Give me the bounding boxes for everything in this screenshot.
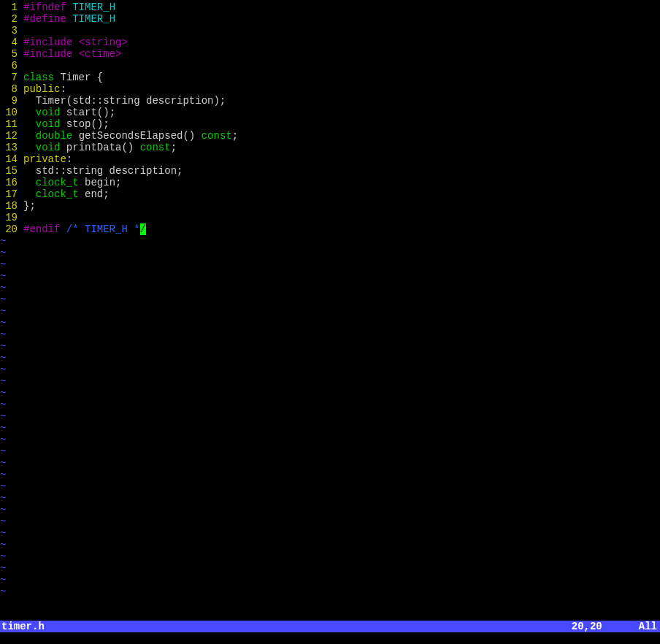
code-line[interactable]: 7class Timer { bbox=[0, 72, 660, 83]
code-token bbox=[23, 130, 36, 142]
code-content[interactable]: void printData() const; bbox=[23, 142, 660, 153]
code-content[interactable]: void start(); bbox=[23, 107, 660, 118]
code-token: std::string description; bbox=[23, 165, 183, 177]
status-filename: timer.h bbox=[1, 621, 45, 632]
code-token: ; bbox=[171, 142, 177, 153]
empty-line-marker: ~ bbox=[0, 329, 660, 340]
code-content[interactable] bbox=[23, 25, 660, 37]
empty-line-marker: ~ bbox=[0, 445, 660, 457]
line-number: 6 bbox=[0, 60, 18, 72]
empty-line-marker: ~ bbox=[0, 551, 660, 562]
code-token bbox=[23, 107, 36, 118]
empty-line-marker: ~ bbox=[0, 294, 660, 305]
code-line[interactable]: 12 double getSecondsElapsed() const; bbox=[0, 130, 660, 142]
code-token bbox=[23, 118, 36, 130]
empty-line-marker: ~ bbox=[0, 352, 660, 364]
code-content[interactable]: #endif /* TIMER_H */ bbox=[23, 223, 660, 235]
empty-line-marker: ~ bbox=[0, 247, 660, 258]
code-content[interactable]: std::string description; bbox=[23, 165, 660, 177]
code-token bbox=[23, 188, 36, 200]
code-line[interactable]: 15 std::string description; bbox=[0, 165, 660, 177]
code-token bbox=[23, 177, 36, 188]
empty-line-marker: ~ bbox=[0, 434, 660, 445]
code-token: void bbox=[36, 107, 61, 118]
code-line[interactable]: 9 Timer(std::string description); bbox=[0, 95, 660, 107]
code-token: ; bbox=[232, 130, 238, 142]
code-line[interactable]: 2#define TIMER_H bbox=[0, 13, 660, 25]
code-content[interactable]: }; bbox=[23, 200, 660, 212]
line-number: 10 bbox=[0, 107, 18, 118]
code-token: const bbox=[202, 130, 232, 142]
code-content[interactable]: clock_t begin; bbox=[23, 177, 660, 188]
code-line[interactable]: 17 clock_t end; bbox=[0, 188, 660, 200]
code-content[interactable]: #include <string> bbox=[23, 37, 660, 48]
empty-line-marker: ~ bbox=[0, 387, 660, 399]
code-line[interactable]: 10 void start(); bbox=[0, 107, 660, 118]
code-line[interactable]: 5#include <ctime> bbox=[0, 48, 660, 60]
empty-line-marker: ~ bbox=[0, 492, 660, 504]
empty-line-marker: ~ bbox=[0, 305, 660, 317]
code-content[interactable]: class Timer { bbox=[23, 72, 660, 83]
code-line[interactable]: 11 void stop(); bbox=[0, 118, 660, 130]
line-number: 19 bbox=[0, 212, 18, 223]
code-content[interactable]: void stop(); bbox=[23, 118, 660, 130]
empty-line-marker: ~ bbox=[0, 375, 660, 387]
line-number: 16 bbox=[0, 177, 18, 188]
empty-line-marker: ~ bbox=[0, 562, 660, 574]
code-token: Timer { bbox=[54, 72, 103, 83]
code-line[interactable]: 20#endif /* TIMER_H */ bbox=[0, 223, 660, 235]
code-token: class bbox=[23, 72, 54, 83]
code-line[interactable]: 4#include <string> bbox=[0, 37, 660, 48]
status-cursor-position: 20,20 bbox=[572, 621, 602, 632]
code-token bbox=[23, 142, 36, 153]
code-token: : bbox=[60, 83, 66, 95]
code-token: : bbox=[66, 153, 72, 165]
code-token: void bbox=[36, 118, 61, 130]
code-line[interactable]: 6 bbox=[0, 60, 660, 72]
code-token: begin; bbox=[79, 177, 122, 188]
code-token: printData() bbox=[60, 142, 139, 153]
command-line[interactable] bbox=[0, 632, 660, 644]
code-content[interactable]: #define TIMER_H bbox=[23, 13, 660, 25]
empty-line-marker: ~ bbox=[0, 258, 660, 270]
cursor: / bbox=[140, 223, 146, 235]
editor-viewport[interactable]: 1#ifndef TIMER_H2#define TIMER_H34#inclu… bbox=[0, 0, 660, 621]
code-line[interactable]: 18}; bbox=[0, 200, 660, 212]
code-content[interactable]: public: bbox=[23, 83, 660, 95]
code-content[interactable]: private: bbox=[23, 153, 660, 165]
code-token: const bbox=[140, 142, 171, 153]
status-scroll-percent: All bbox=[639, 621, 657, 632]
code-content[interactable] bbox=[23, 212, 660, 223]
code-line[interactable]: 8public: bbox=[0, 83, 660, 95]
code-token: /* TIMER_H * bbox=[66, 223, 140, 235]
code-line[interactable]: 19 bbox=[0, 212, 660, 223]
code-content[interactable] bbox=[23, 60, 660, 72]
code-line[interactable]: 1#ifndef TIMER_H bbox=[0, 1, 660, 13]
status-bar: timer.h 20,20 All bbox=[0, 621, 660, 632]
code-content[interactable]: double getSecondsElapsed() const; bbox=[23, 130, 660, 142]
code-line[interactable]: 3 bbox=[0, 25, 660, 37]
code-content[interactable]: Timer(std::string description); bbox=[23, 95, 660, 107]
empty-line-marker: ~ bbox=[0, 480, 660, 492]
line-number: 12 bbox=[0, 130, 18, 142]
empty-line-marker: ~ bbox=[0, 282, 660, 294]
code-line[interactable]: 13 void printData() const; bbox=[0, 142, 660, 153]
code-token: Timer(std::string description); bbox=[23, 95, 226, 107]
code-token: start(); bbox=[60, 107, 115, 118]
code-line[interactable]: 14private: bbox=[0, 153, 660, 165]
empty-line-marker: ~ bbox=[0, 586, 660, 597]
code-line[interactable]: 16 clock_t begin; bbox=[0, 177, 660, 188]
code-token: <string> bbox=[79, 37, 128, 48]
code-content[interactable]: #ifndef TIMER_H bbox=[23, 1, 660, 13]
code-token: #endif bbox=[23, 223, 66, 235]
empty-line-marker: ~ bbox=[0, 399, 660, 410]
line-number: 7 bbox=[0, 72, 18, 83]
code-token: }; bbox=[23, 200, 36, 212]
empty-line-marker: ~ bbox=[0, 469, 660, 480]
code-content[interactable]: #include <ctime> bbox=[23, 48, 660, 60]
line-number: 20 bbox=[0, 223, 18, 235]
empty-line-marker: ~ bbox=[0, 527, 660, 539]
code-content[interactable]: clock_t end; bbox=[23, 188, 660, 200]
code-token: getSecondsElapsed() bbox=[72, 130, 201, 142]
empty-line-marker: ~ bbox=[0, 317, 660, 329]
